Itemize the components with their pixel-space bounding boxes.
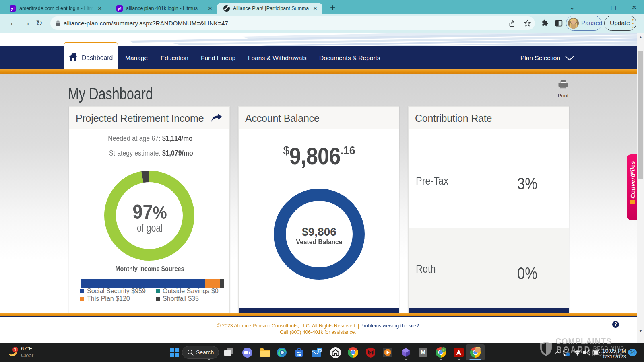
svg-text:1: 1 xyxy=(14,348,17,352)
svg-text:76: 76 xyxy=(318,348,322,352)
svg-text:L: L xyxy=(442,348,444,352)
